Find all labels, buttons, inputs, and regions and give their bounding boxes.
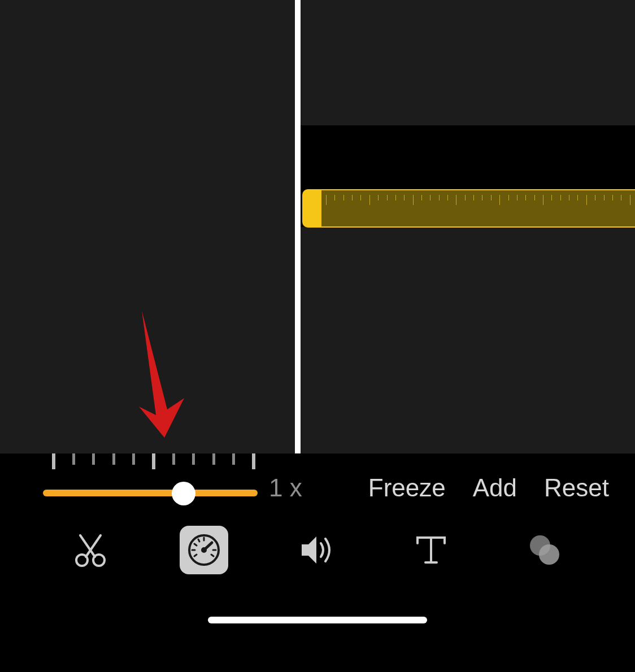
speed-value-label: 1 x [269, 474, 302, 502]
reset-button[interactable]: Reset [544, 474, 609, 502]
svg-line-6 [204, 543, 212, 550]
home-indicator[interactable] [208, 617, 427, 623]
speed-slider-track [43, 490, 258, 496]
preview-panel-right[interactable] [301, 0, 635, 453]
video-preview-area [0, 0, 635, 453]
svg-line-9 [194, 555, 197, 556]
speedometer-icon [186, 533, 221, 568]
volume-icon [299, 533, 336, 567]
tool-volume[interactable] [293, 526, 342, 574]
edit-toolbar [0, 526, 635, 574]
speed-slider-thumb[interactable] [172, 482, 195, 505]
svg-line-13 [198, 539, 199, 542]
scissors-icon [73, 533, 107, 567]
svg-point-17 [539, 544, 559, 565]
svg-line-10 [211, 555, 214, 556]
tool-text[interactable] [407, 526, 455, 574]
timeline-ruler-ticks [326, 195, 630, 205]
tool-filters[interactable] [520, 526, 569, 574]
action-button-row: Freeze Add Reset [368, 474, 609, 502]
controls-panel: 1 x Freeze Add Reset [0, 453, 635, 672]
svg-line-7 [194, 544, 197, 546]
tool-cut[interactable] [66, 526, 115, 574]
filters-icon [527, 533, 563, 567]
text-icon [415, 534, 447, 566]
freeze-button[interactable]: Freeze [368, 474, 446, 502]
split-divider[interactable] [295, 0, 301, 453]
timeline-clip-inner [320, 190, 635, 226]
tool-speed[interactable] [180, 526, 228, 574]
add-button[interactable]: Add [473, 474, 517, 502]
speed-slider[interactable] [43, 479, 258, 507]
timeline-clip[interactable] [302, 189, 635, 228]
speed-ruler [52, 453, 255, 469]
preview-panel-left[interactable] [0, 0, 295, 453]
